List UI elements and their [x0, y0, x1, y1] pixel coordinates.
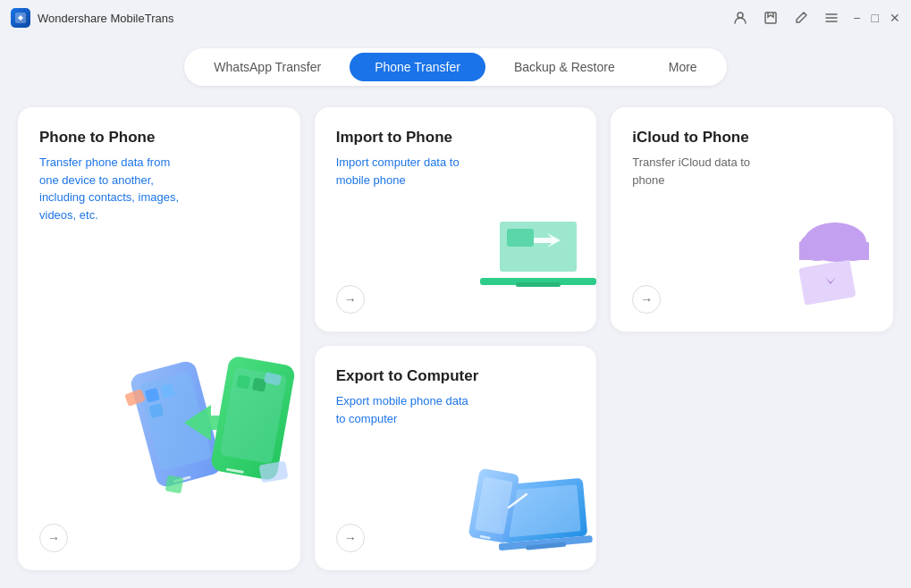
svg-rect-12: [236, 374, 250, 389]
card-import-arrow[interactable]: →: [336, 285, 365, 314]
icloud-illustration: [768, 206, 884, 314]
nav-tabs-container: WhatsApp Transfer Phone Transfer Backup …: [184, 48, 726, 86]
svg-point-1: [738, 13, 743, 18]
card-icloud-arrow[interactable]: →: [632, 285, 661, 314]
app-icon: [11, 8, 30, 28]
nav-tabs: WhatsApp Transfer Phone Transfer Backup …: [18, 48, 893, 86]
edit-icon[interactable]: [794, 11, 808, 25]
card-icloud-title: iCloud to Phone: [632, 129, 872, 147]
card-phone-to-phone-desc: Transfer phone data from one device to a…: [39, 154, 182, 223]
maximize-button[interactable]: □: [872, 12, 879, 24]
svg-rect-20: [507, 229, 534, 247]
card-export-to-computer[interactable]: Export to Computer Export mobile phone d…: [315, 346, 597, 570]
card-import-title: Import to Phone: [336, 129, 576, 147]
card-phone-to-phone-title: Phone to Phone: [39, 129, 279, 147]
svg-rect-22: [516, 282, 561, 287]
app-title: Wondershare MobileTrans: [38, 12, 173, 25]
main-content: WhatsApp Transfer Phone Transfer Backup …: [0, 36, 911, 588]
tab-phone[interactable]: Phone Transfer: [350, 53, 485, 81]
card-import-to-phone[interactable]: Import to Phone Import computer data to …: [315, 107, 597, 332]
menu-icon[interactable]: [824, 11, 839, 25]
minimize-button[interactable]: −: [853, 12, 860, 24]
phone-to-phone-illustration: [113, 338, 300, 517]
svg-rect-28: [799, 242, 869, 260]
card-phone-to-phone-arrow[interactable]: →: [39, 524, 68, 552]
bookmark-icon[interactable]: [763, 11, 778, 25]
window-controls: − □ ✕: [853, 12, 900, 24]
titlebar-right: − □ ✕: [733, 11, 900, 25]
svg-rect-17: [164, 475, 183, 494]
card-export-arrow[interactable]: →: [336, 524, 365, 552]
tab-more[interactable]: More: [644, 53, 722, 81]
tab-backup[interactable]: Backup & Restore: [489, 53, 640, 81]
card-export-desc: Export mobile phone data to computer: [336, 392, 479, 427]
card-export-title: Export to Computer: [336, 367, 576, 385]
close-button[interactable]: ✕: [890, 12, 900, 24]
titlebar-left: Wondershare MobileTrans: [11, 8, 173, 28]
card-icloud-to-phone[interactable]: iCloud to Phone Transfer iCloud data to …: [611, 107, 893, 332]
tab-whatsapp[interactable]: WhatsApp Transfer: [189, 53, 346, 81]
titlebar: Wondershare MobileTrans: [0, 0, 911, 36]
card-import-desc: Import computer data to mobile phone: [336, 154, 479, 189]
cards-grid: Phone to Phone Transfer phone data from …: [18, 107, 893, 570]
card-phone-to-phone[interactable]: Phone to Phone Transfer phone data from …: [18, 107, 300, 570]
import-illustration: [471, 206, 587, 314]
export-illustration: [462, 445, 587, 561]
svg-rect-2: [765, 13, 776, 23]
user-icon[interactable]: [733, 11, 747, 25]
svg-rect-24: [798, 259, 856, 305]
card-icloud-desc: Transfer iCloud data to phone: [632, 154, 775, 189]
